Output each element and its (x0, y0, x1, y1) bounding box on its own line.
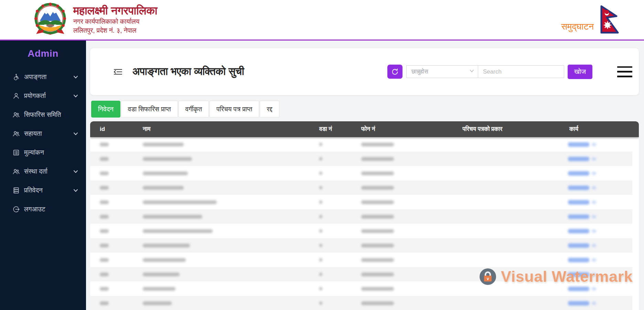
municipality-emblem-logo (33, 2, 68, 37)
cell-phone (358, 273, 404, 276)
tab-1[interactable]: निवेदन (91, 101, 120, 118)
cell-action (561, 200, 632, 204)
sidebar: Admin अपाङ्गता प्रयोगकर्ता सिफारिस समिति… (0, 41, 86, 310)
cell-name (136, 258, 315, 262)
action-link[interactable] (568, 287, 589, 291)
table-header-row: idनामवडा नंफोन नंपरिचय पत्रको प्रकारकार्… (90, 121, 639, 137)
tab-2[interactable]: वडा सिफारिस प्राप्त (121, 101, 178, 118)
tab-3[interactable]: वर्गीकृत (179, 101, 209, 118)
cell-phone (358, 171, 404, 175)
action-link[interactable] (568, 171, 589, 176)
cell-name (136, 229, 315, 233)
search-input[interactable] (478, 65, 564, 78)
table-column-header: कार्य (561, 126, 639, 133)
table-row[interactable] (90, 253, 632, 267)
table-row[interactable] (90, 137, 632, 152)
list-icon (12, 149, 20, 156)
cell-ward (315, 171, 358, 175)
filter-select[interactable]: छान्नुहोस (406, 65, 478, 78)
action-link[interactable] (568, 243, 589, 248)
sidebar-item-8[interactable]: लगआउट (0, 200, 86, 219)
watermark: v Visual Watermark (479, 268, 633, 286)
inauguration-label: समुद्घाटन (561, 21, 594, 32)
cell-ward (315, 186, 358, 189)
action-link[interactable] (568, 301, 589, 306)
tab-5[interactable]: रद्द (260, 101, 279, 118)
table-row[interactable] (90, 238, 632, 253)
table-scrollbar[interactable] (632, 137, 639, 310)
watermark-label: Visual Watermark (501, 268, 633, 286)
table-row[interactable] (90, 224, 632, 238)
table-column-header: परिचय पत्रको प्रकार (404, 126, 561, 133)
action-link[interactable] (568, 200, 589, 204)
sidebar-item-4[interactable]: सहायता (0, 124, 86, 143)
cell-name (136, 200, 315, 204)
sidebar-item-2[interactable]: प्रयोगकर्ता (0, 86, 86, 105)
cell-name (136, 157, 315, 161)
action-caret (592, 287, 596, 290)
sidebar-item-5[interactable]: मुल्यांकन (0, 143, 86, 162)
cell-phone (358, 215, 404, 219)
cell-action (561, 214, 632, 219)
users-icon (12, 130, 20, 137)
cell-ward (315, 143, 358, 146)
action-link[interactable] (568, 186, 589, 190)
nepal-flag-icon (599, 5, 621, 36)
cell-phone (358, 229, 404, 233)
chevron-down-icon (73, 188, 78, 193)
cell-phone (358, 258, 404, 262)
table-row[interactable] (90, 152, 632, 166)
action-link[interactable] (568, 229, 589, 233)
cell-id (90, 301, 136, 305)
cell-phone (358, 143, 404, 146)
search-button[interactable]: खोज (568, 65, 592, 79)
cell-id (90, 200, 136, 204)
menu-fold-icon[interactable] (113, 67, 123, 77)
action-link[interactable] (568, 258, 589, 262)
refresh-button[interactable] (387, 65, 402, 79)
action-caret (592, 258, 596, 262)
table-row[interactable] (90, 166, 632, 180)
action-link[interactable] (568, 214, 589, 219)
cell-ward (315, 157, 358, 160)
page-header-card: अपाङ्गता भएका व्यक्तिको सुची छान्नुहोस (90, 48, 639, 95)
wheelchair-icon (12, 73, 20, 81)
cell-ward (315, 287, 358, 290)
table-row[interactable] (90, 195, 632, 209)
cell-ward (315, 200, 358, 204)
action-link[interactable] (568, 142, 589, 147)
logout-icon (12, 206, 20, 213)
tab-4[interactable]: परिचय पत्र प्राप्त (210, 101, 259, 118)
tab-bar: निवेदनवडा सिफारिस प्राप्तवर्गीकृतपरिचय प… (91, 101, 279, 118)
app-root: महालक्ष्मी नगरपालिका नगर कार्यपालिकाको क… (0, 0, 644, 310)
users-icon (12, 168, 20, 175)
cell-action (561, 171, 632, 176)
sidebar-item-1[interactable]: अपाङ्गता (0, 67, 86, 86)
refresh-icon (391, 68, 399, 76)
cell-name (136, 273, 315, 276)
cell-phone (358, 200, 404, 204)
table-row[interactable] (90, 296, 632, 310)
cell-name (136, 244, 315, 247)
chevron-down-icon (73, 93, 78, 99)
table-row[interactable] (90, 180, 632, 195)
cell-id (90, 273, 136, 276)
table-row[interactable] (90, 209, 632, 224)
chevron-down-icon (73, 169, 78, 174)
sidebar-item-7[interactable]: प्रतिवेदन (0, 181, 86, 200)
header-right: समुद्घाटन (561, 0, 621, 40)
hamburger-menu-icon[interactable] (617, 66, 632, 77)
sidebar-item-3[interactable]: सिफारिस समिति (0, 105, 86, 124)
chevron-down-icon (469, 68, 474, 75)
municipality-name: महालक्ष्मी नगरपालिका (73, 4, 158, 18)
cell-id (90, 258, 136, 262)
user-icon (12, 92, 20, 100)
sidebar-item-6[interactable]: संस्था दर्ता (0, 162, 86, 181)
cell-id (90, 157, 136, 161)
action-link[interactable] (568, 157, 589, 161)
cell-action (561, 287, 632, 291)
action-caret (592, 215, 596, 218)
report-icon (12, 187, 20, 194)
action-caret (592, 172, 596, 175)
table-column-header: नाम (136, 126, 315, 133)
